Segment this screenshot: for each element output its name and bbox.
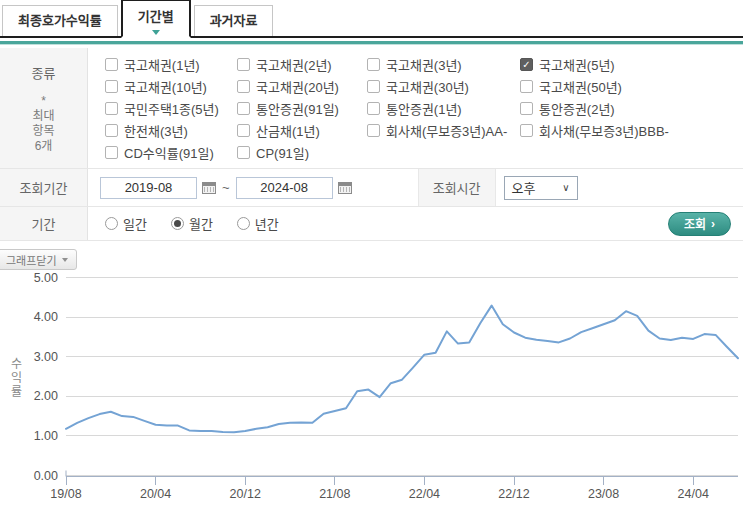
active-tab-caret-icon	[152, 30, 160, 35]
x-tick-label: 21/08	[319, 487, 350, 501]
graph-close-label: 그래프닫기	[6, 252, 57, 268]
x-tick-label: 22/04	[409, 487, 440, 501]
search-button-arrow-icon: ›	[711, 217, 715, 231]
y-tick-label: 2.00	[34, 389, 58, 403]
checkbox-label: 국고채권(1년)	[124, 55, 200, 74]
checkbox-label: 국고채권(20년)	[256, 77, 339, 96]
checkbox-icon[interactable]	[105, 102, 118, 115]
radio-label: 월간	[189, 214, 213, 233]
bond-type-option[interactable]: 산금채(1년)	[237, 120, 367, 140]
x-tick-label: 23/08	[588, 487, 619, 501]
checkbox-icon[interactable]	[520, 80, 533, 93]
bond-type-option[interactable]: 국고채권(20년)	[237, 76, 367, 96]
bond-type-option[interactable]: 통안증권(1년)	[367, 98, 520, 118]
y-tick-label: 4.00	[34, 310, 58, 324]
checkbox-icon[interactable]	[367, 58, 380, 71]
checkbox-label: 통안증권(1년)	[386, 99, 462, 118]
interval-option[interactable]: 년간	[237, 214, 279, 233]
bond-type-option[interactable]: 국민주택1종(5년)	[105, 98, 237, 118]
date-range-separator: ~	[222, 180, 230, 195]
checkbox-icon[interactable]	[105, 124, 118, 137]
date-to-input[interactable]	[236, 177, 333, 199]
y-axis-title: 수익률	[7, 357, 24, 399]
checkbox-label: 국고채권(50년)	[539, 77, 622, 96]
yield-chart-area: 수익률 5.004.003.002.001.000.0019/0820/0420…	[0, 273, 743, 513]
bond-type-option[interactable]: 통안증권(2년)	[520, 98, 743, 118]
query-period-label: 조회기간	[0, 169, 88, 206]
tab-bar: 최종호가수익률 기간별 과거자료	[0, 0, 743, 38]
calendar-icon[interactable]	[202, 182, 216, 194]
checkbox-icon[interactable]	[105, 58, 118, 71]
checkbox-label: 한전채(3년)	[124, 121, 188, 140]
checkbox-icon[interactable]	[520, 124, 533, 137]
bond-type-option[interactable]: 국고채권(10년)	[105, 76, 237, 96]
checkbox-checked-icon[interactable]: ✓	[520, 58, 533, 71]
bond-type-row: 종류 * 최대 항목 6개 국고채권(1년)국고채권(2년)국고채권(3년)✓국…	[0, 48, 743, 169]
max-items-note: *	[41, 94, 46, 109]
checkbox-label: 국고채권(3년)	[386, 55, 462, 74]
radio-selected-icon[interactable]	[171, 217, 184, 230]
bond-type-option[interactable]: 국고채권(50년)	[520, 76, 743, 96]
x-tick-label: 24/04	[678, 487, 709, 501]
chart-line	[66, 306, 738, 433]
tab-final-quote-yield[interactable]: 최종호가수익률	[2, 5, 118, 36]
radio-label: 년간	[255, 214, 279, 233]
checkbox-icon[interactable]	[237, 102, 250, 115]
calendar-icon[interactable]	[338, 182, 352, 194]
interval-option[interactable]: 일간	[105, 214, 147, 233]
bond-type-row-label: 종류 * 최대 항목 6개	[0, 48, 88, 168]
checkbox-icon[interactable]	[367, 102, 380, 115]
checkbox-label: 국고채권(2년)	[256, 55, 332, 74]
checkbox-icon[interactable]	[237, 80, 250, 93]
bond-type-option[interactable]: 국고채권(1년)	[105, 54, 237, 74]
checkbox-icon[interactable]	[237, 146, 250, 159]
tab-by-period[interactable]: 기간별	[121, 0, 191, 38]
checkbox-icon[interactable]	[367, 80, 380, 93]
search-button[interactable]: 조회 ›	[668, 212, 731, 236]
yield-chart: 5.004.003.002.001.000.0019/0820/0420/122…	[0, 273, 743, 513]
bond-type-option[interactable]: 국고채권(3년)	[367, 54, 520, 74]
tab-by-period-label: 기간별	[138, 9, 174, 24]
y-tick-label: 1.00	[34, 429, 58, 443]
interval-label: 기간	[0, 207, 88, 240]
query-time-label: 조회시간	[418, 169, 496, 206]
graph-close-button[interactable]: 그래프닫기	[0, 249, 77, 270]
tab-historical-data[interactable]: 과거자료	[194, 5, 274, 36]
bond-type-option[interactable]: 국고채권(30년)	[367, 76, 520, 96]
bond-type-label: 종류	[32, 63, 56, 82]
x-tick-label: 22/12	[498, 487, 529, 501]
chevron-down-icon: ∨	[562, 182, 569, 193]
bond-type-option[interactable]: 한전채(3년)	[105, 120, 237, 140]
interval-option[interactable]: 월간	[171, 214, 213, 233]
bond-type-option[interactable]: ✓국고채권(5년)	[520, 54, 743, 74]
bond-type-grid: 국고채권(1년)국고채권(2년)국고채권(3년)✓국고채권(5년)국고채권(10…	[88, 48, 743, 168]
bond-type-option[interactable]: 회사채(무보증3년)BBB-	[520, 120, 743, 140]
bond-type-option[interactable]: CD수익률(91일)	[105, 142, 237, 162]
checkbox-icon[interactable]	[367, 124, 380, 137]
date-from-input[interactable]	[100, 177, 197, 199]
interval-options: 일간월간년간	[105, 214, 279, 233]
bond-type-option[interactable]: 회사채(무보증3년)AA-	[367, 120, 520, 140]
radio-label: 일간	[123, 214, 147, 233]
bond-type-option[interactable]: 국고채권(2년)	[237, 54, 367, 74]
checkbox-icon[interactable]	[105, 146, 118, 159]
time-select[interactable]: 오후 ∨	[504, 176, 578, 200]
y-tick-label: 0.00	[34, 469, 58, 483]
checkbox-icon[interactable]	[237, 124, 250, 137]
checkbox-icon[interactable]	[237, 58, 250, 71]
radio-icon[interactable]	[237, 217, 250, 230]
y-tick-label: 3.00	[34, 350, 58, 364]
bond-type-option[interactable]: 통안증권(91일)	[237, 98, 367, 118]
bond-type-option[interactable]: CP(91일)	[237, 142, 367, 162]
time-select-value: 오후	[512, 178, 536, 197]
x-tick-label: 19/08	[50, 487, 81, 501]
checkbox-icon[interactable]	[520, 102, 533, 115]
checkbox-label: 회사채(무보증3년)BBB-	[539, 121, 669, 140]
radio-icon[interactable]	[105, 217, 118, 230]
checkbox-label: 국민주택1종(5년)	[124, 99, 219, 118]
y-tick-label: 5.00	[34, 273, 58, 285]
accent-divider	[0, 41, 743, 45]
checkbox-icon[interactable]	[105, 80, 118, 93]
caret-down-icon	[62, 258, 68, 262]
checkbox-label: 통안증권(91일)	[256, 99, 339, 118]
